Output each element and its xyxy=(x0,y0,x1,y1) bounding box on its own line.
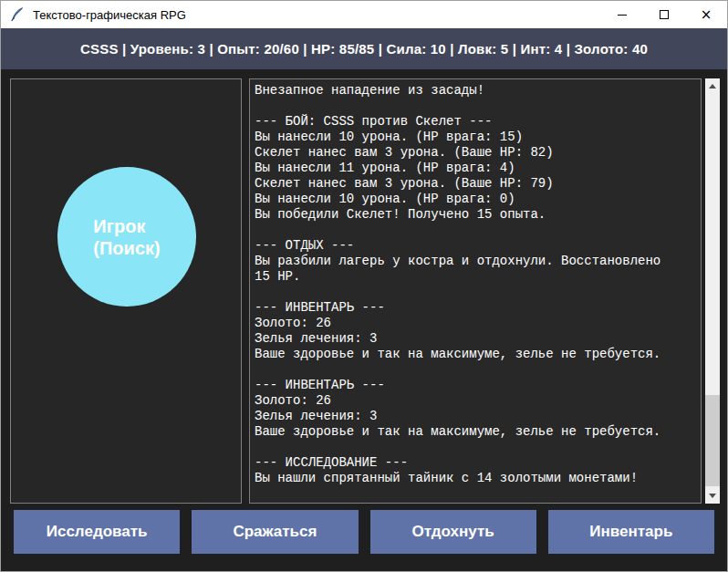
stats-bar: CSSS | Уровень: 3 | Опыт: 20/60 | HP: 85… xyxy=(1,28,727,69)
log-scrollbar[interactable] xyxy=(705,78,720,504)
game-log[interactable]: Внезапное нападение из засады! --- БОЙ: … xyxy=(249,78,702,504)
log-panel: Внезапное нападение из засады! --- БОЙ: … xyxy=(249,78,720,504)
scrollbar-thumb[interactable] xyxy=(705,395,720,486)
explore-button[interactable]: Исследовать xyxy=(14,510,180,554)
minimize-button[interactable] xyxy=(601,1,643,28)
player-circle: Игрок (Поиск) xyxy=(57,167,196,307)
player-label-line1: Игрок xyxy=(93,215,160,237)
scroll-down-icon xyxy=(709,494,716,498)
action-button-row: Исследовать Сражаться Отдохнуть Инвентар… xyxy=(1,504,727,571)
maximize-button[interactable] xyxy=(643,1,685,28)
scrollbar-down-button[interactable] xyxy=(705,488,720,504)
scroll-up-icon xyxy=(709,84,716,88)
title-bar: Текстово-графическая RPG × xyxy=(1,1,727,28)
stats-text: CSSS | Уровень: 3 | Опыт: 20/60 | HP: 85… xyxy=(80,41,648,57)
window-controls: × xyxy=(601,1,727,28)
tk-feather-icon xyxy=(10,7,25,22)
close-button[interactable]: × xyxy=(685,1,727,28)
app-window: Текстово-графическая RPG × CSSS | Уровен… xyxy=(0,0,728,572)
scrollbar-track[interactable] xyxy=(705,94,720,488)
rest-button[interactable]: Отдохнуть xyxy=(370,510,536,554)
window-title: Текстово-графическая RPG xyxy=(33,8,601,22)
fight-button[interactable]: Сражаться xyxy=(192,510,358,554)
player-circle-label: Игрок (Поиск) xyxy=(93,215,160,259)
minimize-icon xyxy=(618,15,627,16)
inventory-button[interactable]: Инвентарь xyxy=(548,510,714,554)
main-area: Игрок (Поиск) Внезапное нападение из зас… xyxy=(1,69,727,504)
close-icon: × xyxy=(701,8,712,22)
player-label-line2: (Поиск) xyxy=(93,237,160,259)
map-canvas: Игрок (Поиск) xyxy=(10,78,242,504)
maximize-icon xyxy=(660,10,669,19)
scrollbar-up-button[interactable] xyxy=(705,78,720,94)
